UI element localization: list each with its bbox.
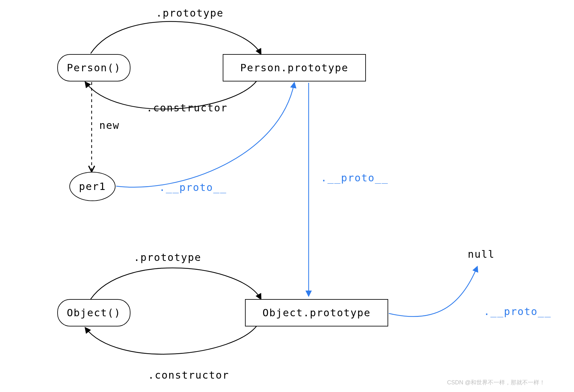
edge-object-constructor [85, 325, 258, 354]
label-prototype-2: .prototype [134, 251, 201, 263]
node-label: per1 [79, 180, 106, 192]
node-null: null [468, 248, 495, 260]
watermark: CSDN @和世界不一样，那就不一样！ [447, 379, 545, 386]
label-constructor-2: .constructor [148, 369, 229, 381]
node-label: Object.prototype [262, 307, 371, 319]
edge-per1-proto [116, 83, 294, 187]
label-proto-3: .__proto__ [484, 305, 551, 318]
label-proto-2: .__proto__ [321, 172, 388, 184]
label-prototype-1: .prototype [156, 7, 224, 19]
node-object-fn: Object() [57, 299, 130, 326]
edge-person-prototype [91, 22, 261, 54]
node-person-fn: Person() [57, 54, 130, 81]
edge-object-prototype [91, 268, 261, 299]
label-constructor-1: .constructor [146, 102, 228, 114]
edge-objectproto-null [389, 267, 477, 317]
node-label: Object() [67, 307, 121, 319]
node-object-prototype: Object.prototype [245, 299, 388, 326]
node-person-prototype: Person.prototype [223, 54, 366, 81]
node-label: Person() [67, 62, 121, 74]
label-proto-1: .__proto__ [159, 181, 227, 193]
node-per1: per1 [69, 172, 116, 201]
node-label: Person.prototype [240, 62, 348, 74]
label-new: new [99, 119, 120, 131]
node-label: null [468, 248, 495, 260]
